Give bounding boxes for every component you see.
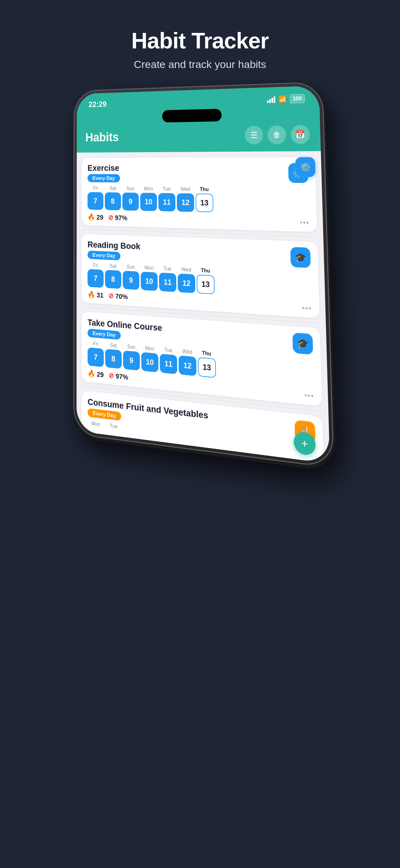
exercise-more-btn[interactable]: ••• — [300, 218, 310, 227]
app-title: Habits — [85, 130, 119, 144]
habit-card-online-course: Take Online Course Every Day 🎓 Fri Sat — [81, 311, 322, 406]
day-btn-today[interactable]: 13 — [197, 274, 214, 294]
day-btn[interactable]: 10 — [141, 272, 158, 291]
trash-icon-btn[interactable]: 🗑 — [267, 125, 287, 144]
signal-icon — [267, 96, 275, 103]
day-btn[interactable]: 8 — [105, 270, 122, 289]
reading-completion: ⊘ 70% — [108, 292, 128, 301]
app-header: 22:29 📶 — [77, 86, 321, 153]
page-wrapper: Habit Tracker Create and track your habi… — [0, 0, 400, 868]
status-bar: 22:29 📶 — [77, 86, 320, 111]
course-streak: 🔥 29 — [88, 369, 104, 379]
reading-frequency: Every Day — [88, 251, 120, 260]
day-btn[interactable]: 9 — [122, 192, 139, 211]
course-completion: ⊘ 97% — [109, 371, 128, 381]
day-btn[interactable]: 9 — [123, 271, 139, 290]
reading-streak: 🔥 31 — [88, 290, 103, 300]
page-title: Habit Tracker — [0, 28, 400, 53]
battery-indicator: 100 — [290, 94, 305, 103]
exercise-streak: 🔥 29 — [88, 213, 103, 222]
page-subtitle: Create and track your habits — [0, 58, 400, 70]
day-btn[interactable]: 11 — [160, 353, 177, 374]
day-btn[interactable]: 12 — [178, 355, 197, 376]
day-btn-today[interactable]: 13 — [198, 357, 216, 378]
day-btn[interactable]: 8 — [105, 192, 121, 210]
day-btn[interactable]: 10 — [141, 352, 158, 372]
phone-container: 22:29 📶 — [73, 81, 355, 471]
exercise-name: Exercise — [88, 163, 288, 174]
day-btn[interactable]: 7 — [88, 192, 103, 210]
day-btn[interactable]: 11 — [159, 273, 176, 292]
day-btn[interactable]: 9 — [123, 350, 140, 371]
day-btn[interactable]: 7 — [88, 269, 104, 287]
wifi-icon: 📶 — [278, 95, 287, 103]
day-btn[interactable]: 12 — [178, 274, 195, 293]
course-icon: 🎓 — [292, 333, 313, 355]
page-header: Habit Tracker Create and track your habi… — [0, 0, 400, 86]
exercise-frequency: Every Day — [88, 174, 120, 183]
settings-fab[interactable]: ⚙️ — [295, 157, 316, 177]
phone-frame: 22:29 📶 — [73, 82, 334, 468]
day-btn-today[interactable]: 13 — [196, 193, 214, 212]
status-time: 22:29 — [89, 99, 107, 109]
habits-scroll: ⚙️ Exercise Every Day ⚙️ — [76, 151, 330, 464]
dynamic-island — [162, 108, 222, 122]
nav-bar: Habits ☰ 🗑 📅 — [77, 122, 321, 153]
course-frequency: Every Day — [88, 329, 121, 340]
day-btn[interactable]: 7 — [88, 347, 104, 367]
phone-screen: 22:29 📶 — [76, 86, 330, 464]
day-btn[interactable]: 11 — [158, 193, 175, 211]
day-btn[interactable]: 10 — [140, 193, 157, 211]
status-icons: 📶 100 — [267, 94, 305, 104]
nav-actions: ☰ 🗑 📅 — [245, 125, 310, 144]
day-btn[interactable]: 8 — [105, 349, 122, 369]
list-icon-btn[interactable]: ☰ — [245, 126, 263, 145]
course-more-btn[interactable]: ••• — [304, 391, 314, 400]
reading-more-btn[interactable]: ••• — [302, 304, 312, 313]
day-btn[interactable]: 12 — [177, 193, 194, 212]
exercise-calendar: Fri Sat Sun Mon Tue Wed Thu 7 8 — [88, 185, 309, 214]
course-name: Take Online Course — [88, 318, 292, 344]
exercise-completion: ⊘ 97% — [108, 214, 128, 222]
reading-icon: 🎓 — [290, 247, 311, 268]
habit-card-reading: Reading Book Every Day 🎓 Fri Sat — [81, 234, 320, 318]
calendar-icon-btn[interactable]: 📅 — [291, 125, 310, 144]
habit-card-exercise: Exercise Every Day ⚙️ Fri Sat — [81, 157, 317, 232]
